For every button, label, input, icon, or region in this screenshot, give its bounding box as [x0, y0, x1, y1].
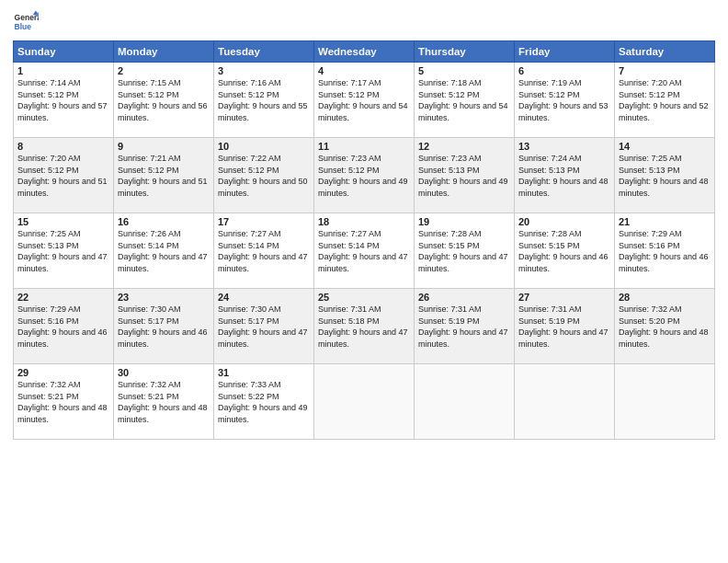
- calendar-day-cell: 7 Sunrise: 7:20 AM Sunset: 5:12 PM Dayli…: [615, 63, 715, 138]
- sunrise-label: Sunrise: 7:31 AM: [418, 304, 482, 314]
- calendar-day-cell: 18 Sunrise: 7:27 AM Sunset: 5:14 PM Dayl…: [314, 213, 415, 289]
- daylight-label: Daylight: 9 hours and 51 minutes.: [118, 177, 208, 198]
- sunrise-label: Sunrise: 7:33 AM: [218, 380, 281, 389]
- sunset-label: Sunset: 5:15 PM: [418, 241, 480, 250]
- sunset-label: Sunset: 5:12 PM: [118, 90, 179, 99]
- sunrise-label: Sunrise: 7:30 AM: [118, 304, 181, 314]
- sunrise-label: Sunrise: 7:20 AM: [619, 78, 682, 87]
- day-info: Sunrise: 7:33 AM Sunset: 5:22 PM Dayligh…: [218, 379, 310, 425]
- day-info: Sunrise: 7:16 AM Sunset: 5:12 PM Dayligh…: [218, 77, 310, 123]
- weekday-header-saturday: Saturday: [615, 41, 715, 63]
- calendar-day-cell: 14 Sunrise: 7:25 AM Sunset: 5:13 PM Dayl…: [615, 138, 715, 213]
- sunrise-label: Sunrise: 7:29 AM: [619, 229, 682, 238]
- daylight-label: Daylight: 9 hours and 57 minutes.: [17, 101, 108, 122]
- day-info: Sunrise: 7:26 AM Sunset: 5:14 PM Dayligh…: [118, 228, 210, 274]
- daylight-label: Daylight: 9 hours and 46 minutes.: [17, 327, 108, 349]
- sunrise-label: Sunrise: 7:25 AM: [17, 229, 81, 238]
- daylight-label: Daylight: 9 hours and 52 minutes.: [619, 101, 709, 122]
- sunrise-label: Sunrise: 7:26 AM: [118, 229, 181, 238]
- day-number: 21: [619, 216, 711, 227]
- daylight-label: Daylight: 9 hours and 48 minutes.: [619, 327, 709, 349]
- daylight-label: Daylight: 9 hours and 46 minutes.: [518, 252, 609, 273]
- calendar-day-cell: 23 Sunrise: 7:30 AM Sunset: 5:17 PM Dayl…: [114, 289, 214, 364]
- sunset-label: Sunset: 5:14 PM: [118, 241, 179, 250]
- sunset-label: Sunset: 5:12 PM: [218, 166, 279, 175]
- day-info: Sunrise: 7:32 AM Sunset: 5:21 PM Dayligh…: [118, 379, 210, 425]
- calendar-week-row: 22 Sunrise: 7:29 AM Sunset: 5:16 PM Dayl…: [14, 289, 715, 364]
- calendar-day-cell: 4 Sunrise: 7:17 AM Sunset: 5:12 PM Dayli…: [314, 63, 415, 138]
- sunrise-label: Sunrise: 7:29 AM: [17, 304, 81, 314]
- daylight-label: Daylight: 9 hours and 47 minutes.: [17, 252, 108, 273]
- day-info: Sunrise: 7:29 AM Sunset: 5:16 PM Dayligh…: [619, 228, 711, 274]
- sunset-label: Sunset: 5:13 PM: [518, 166, 580, 175]
- empty-cell: [515, 364, 615, 440]
- calendar-container: General Blue SundayMondayTuesdayWednesda…: [0, 0, 728, 563]
- calendar-day-cell: 5 Sunrise: 7:18 AM Sunset: 5:12 PM Dayli…: [415, 63, 515, 138]
- daylight-label: Daylight: 9 hours and 54 minutes.: [418, 101, 508, 122]
- sunrise-label: Sunrise: 7:28 AM: [418, 229, 482, 238]
- day-info: Sunrise: 7:28 AM Sunset: 5:15 PM Dayligh…: [418, 228, 510, 274]
- calendar-day-cell: 24 Sunrise: 7:30 AM Sunset: 5:17 PM Dayl…: [214, 289, 314, 364]
- logo-icon: General Blue: [13, 9, 39, 35]
- sunrise-label: Sunrise: 7:25 AM: [619, 154, 682, 163]
- calendar-day-cell: 31 Sunrise: 7:33 AM Sunset: 5:22 PM Dayl…: [214, 364, 314, 440]
- daylight-label: Daylight: 9 hours and 51 minutes.: [17, 177, 108, 198]
- day-info: Sunrise: 7:32 AM Sunset: 5:21 PM Dayligh…: [17, 379, 109, 425]
- calendar-week-row: 8 Sunrise: 7:20 AM Sunset: 5:12 PM Dayli…: [14, 138, 715, 213]
- calendar-day-cell: 29 Sunrise: 7:32 AM Sunset: 5:21 PM Dayl…: [14, 364, 114, 440]
- day-info: Sunrise: 7:20 AM Sunset: 5:12 PM Dayligh…: [619, 77, 711, 123]
- day-number: 28: [619, 292, 711, 303]
- day-info: Sunrise: 7:19 AM Sunset: 5:12 PM Dayligh…: [518, 77, 610, 123]
- sunset-label: Sunset: 5:19 PM: [518, 316, 580, 326]
- header: General Blue: [13, 9, 715, 35]
- daylight-label: Daylight: 9 hours and 56 minutes.: [118, 101, 208, 122]
- day-number: 27: [518, 292, 610, 303]
- day-info: Sunrise: 7:30 AM Sunset: 5:17 PM Dayligh…: [218, 304, 310, 350]
- day-number: 17: [218, 216, 310, 227]
- daylight-label: Daylight: 9 hours and 49 minutes.: [418, 177, 508, 198]
- day-info: Sunrise: 7:23 AM Sunset: 5:12 PM Dayligh…: [318, 153, 410, 199]
- sunrise-label: Sunrise: 7:22 AM: [218, 154, 281, 163]
- sunrise-label: Sunrise: 7:18 AM: [418, 78, 482, 87]
- calendar-day-cell: 21 Sunrise: 7:29 AM Sunset: 5:16 PM Dayl…: [615, 213, 715, 289]
- daylight-label: Daylight: 9 hours and 49 minutes.: [318, 177, 408, 198]
- calendar-day-cell: 20 Sunrise: 7:28 AM Sunset: 5:15 PM Dayl…: [515, 213, 615, 289]
- daylight-label: Daylight: 9 hours and 50 minutes.: [218, 177, 308, 198]
- daylight-label: Daylight: 9 hours and 47 minutes.: [218, 252, 308, 273]
- sunrise-label: Sunrise: 7:32 AM: [619, 304, 682, 314]
- day-number: 25: [318, 292, 410, 303]
- day-info: Sunrise: 7:25 AM Sunset: 5:13 PM Dayligh…: [619, 153, 711, 199]
- day-info: Sunrise: 7:23 AM Sunset: 5:13 PM Dayligh…: [418, 153, 510, 199]
- daylight-label: Daylight: 9 hours and 47 minutes.: [318, 327, 408, 349]
- sunset-label: Sunset: 5:12 PM: [418, 90, 480, 99]
- weekday-header-wednesday: Wednesday: [314, 41, 415, 63]
- sunset-label: Sunset: 5:12 PM: [318, 90, 380, 99]
- calendar-week-row: 29 Sunrise: 7:32 AM Sunset: 5:21 PM Dayl…: [14, 364, 715, 440]
- day-info: Sunrise: 7:20 AM Sunset: 5:12 PM Dayligh…: [17, 153, 109, 199]
- empty-cell: [415, 364, 515, 440]
- day-info: Sunrise: 7:15 AM Sunset: 5:12 PM Dayligh…: [118, 77, 210, 123]
- sunrise-label: Sunrise: 7:31 AM: [518, 304, 582, 314]
- day-info: Sunrise: 7:22 AM Sunset: 5:12 PM Dayligh…: [218, 153, 310, 199]
- sunset-label: Sunset: 5:12 PM: [118, 166, 179, 175]
- day-number: 16: [118, 216, 210, 227]
- sunset-label: Sunset: 5:14 PM: [318, 241, 380, 250]
- sunrise-label: Sunrise: 7:32 AM: [118, 380, 181, 389]
- calendar-day-cell: 25 Sunrise: 7:31 AM Sunset: 5:18 PM Dayl…: [314, 289, 415, 364]
- day-info: Sunrise: 7:27 AM Sunset: 5:14 PM Dayligh…: [318, 228, 410, 274]
- day-number: 14: [619, 141, 711, 152]
- day-info: Sunrise: 7:30 AM Sunset: 5:17 PM Dayligh…: [118, 304, 210, 350]
- day-number: 18: [318, 216, 410, 227]
- day-info: Sunrise: 7:18 AM Sunset: 5:12 PM Dayligh…: [418, 77, 510, 123]
- calendar-day-cell: 15 Sunrise: 7:25 AM Sunset: 5:13 PM Dayl…: [14, 213, 114, 289]
- sunrise-label: Sunrise: 7:28 AM: [518, 229, 582, 238]
- sunset-label: Sunset: 5:21 PM: [118, 392, 179, 401]
- daylight-label: Daylight: 9 hours and 53 minutes.: [518, 101, 609, 122]
- day-number: 22: [17, 292, 109, 303]
- calendar-table: SundayMondayTuesdayWednesdayThursdayFrid…: [13, 40, 715, 440]
- sunrise-label: Sunrise: 7:21 AM: [118, 154, 181, 163]
- sunset-label: Sunset: 5:16 PM: [17, 316, 79, 326]
- day-info: Sunrise: 7:28 AM Sunset: 5:15 PM Dayligh…: [518, 228, 610, 274]
- sunrise-label: Sunrise: 7:23 AM: [318, 154, 381, 163]
- calendar-day-cell: 16 Sunrise: 7:26 AM Sunset: 5:14 PM Dayl…: [114, 213, 214, 289]
